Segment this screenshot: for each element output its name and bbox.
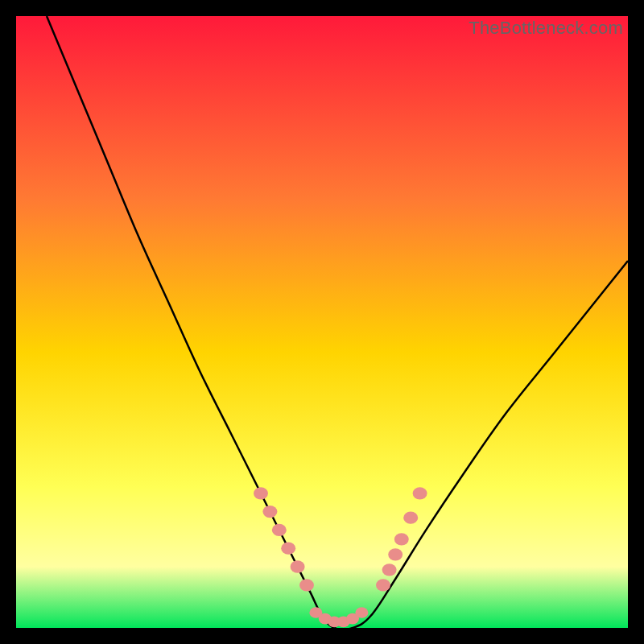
watermark-label: TheBottleneck.com [469, 18, 623, 39]
data-point [281, 543, 295, 555]
data-point [403, 512, 418, 524]
data-point [272, 524, 287, 536]
data-point [291, 560, 305, 572]
data-point [388, 548, 402, 560]
bottleneck-chart [16, 16, 628, 628]
data-point [355, 607, 368, 618]
data-point [382, 564, 397, 576]
data-point [262, 506, 277, 518]
data-point [413, 487, 427, 499]
gradient-background [16, 16, 628, 628]
data-point [254, 487, 268, 499]
chart-frame: TheBottleneck.com [16, 16, 628, 628]
data-point [394, 533, 409, 545]
data-point [376, 579, 390, 591]
data-point [299, 579, 314, 591]
